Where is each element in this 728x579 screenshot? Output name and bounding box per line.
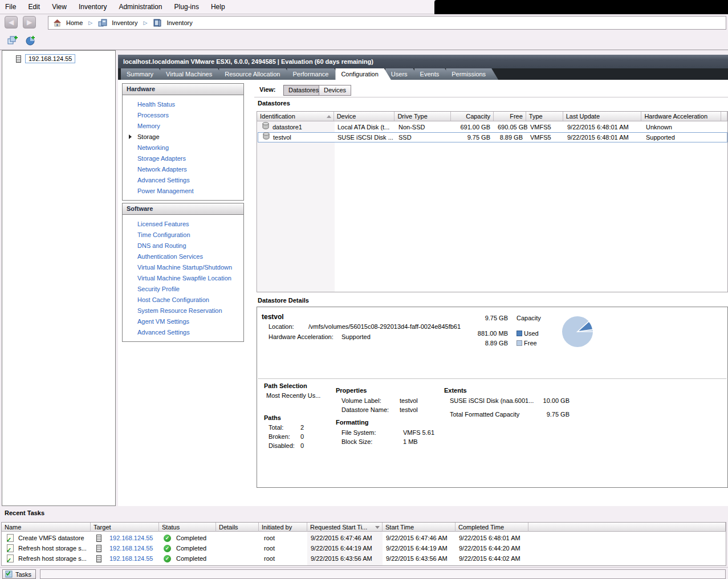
task-row-create-vmfs-datastore[interactable]: Create VMFS datastore 192.168.124.55 ✓ C… [2, 533, 726, 543]
cell-task-name: Create VMFS datastore [18, 533, 84, 543]
table-row-datastore1[interactable]: datastore1 Local ATA Disk (t... Non-SSD … [258, 122, 727, 132]
menu-view[interactable]: View [47, 0, 72, 14]
menu-edit[interactable]: Edit [23, 0, 45, 14]
breadcrumb-inventory-1[interactable]: Inventory [112, 19, 137, 26]
column-header-target[interactable]: Target [91, 523, 159, 532]
cell-hardware-acceleration: Supported [643, 132, 723, 142]
task-row-refresh-host-storage-2[interactable]: Refresh host storage s... 192.168.124.55… [2, 553, 726, 564]
sidebar-item-vm-startup-shutdown[interactable]: Virtual Machine Startup/Shutdown [123, 262, 243, 273]
sidebar-item-time-configuration[interactable]: Time Configuration [123, 230, 243, 240]
task-row-refresh-host-storage-1[interactable]: Refresh host storage s... 192.168.124.55… [2, 543, 726, 553]
column-header-requested-start-time[interactable]: Requested Start Ti... [307, 523, 383, 532]
menu-file[interactable]: File [0, 0, 21, 14]
column-header-start-time[interactable]: Start Time [383, 523, 455, 532]
cell-drive-type: SSD [396, 132, 452, 142]
used-value: 881.00 MB [457, 330, 508, 337]
back-icon[interactable]: ◀ [5, 16, 18, 28]
sidebar-item-network-adapters[interactable]: Network Adapters [123, 164, 243, 175]
host-icon [96, 555, 101, 562]
column-header-drive-type[interactable]: Drive Type [394, 112, 451, 121]
column-header-capacity[interactable]: Capacity [451, 112, 494, 121]
column-header-hardware-acceleration[interactable]: Hardware Acceleration [641, 112, 721, 121]
cell-task-completed-time: 9/22/2015 6:44:20 AM [456, 543, 529, 553]
column-header-completed-time[interactable]: Completed Time [455, 523, 528, 532]
paths-broken-label: Broken: [269, 433, 290, 440]
sidebar-item-processors[interactable]: Processors [123, 110, 243, 121]
tree-host-label[interactable]: 192.168.124.55 [25, 54, 75, 63]
block-size-value: 1 MB [403, 438, 418, 445]
add-inventory-icon[interactable] [7, 35, 18, 47]
tab-resource-allocation[interactable]: Resource Allocation [219, 68, 292, 80]
menu-inventory[interactable]: Inventory [74, 0, 112, 14]
devices-view-button[interactable]: Devices [319, 85, 351, 96]
cell-task-initiated-by: root [259, 543, 308, 553]
toolbar [0, 32, 728, 50]
column-header-last-update[interactable]: Last Update [563, 112, 642, 121]
completed-icon: ✓ [164, 535, 171, 542]
cell-task-target[interactable]: 192.168.124.55 [109, 553, 153, 564]
breadcrumb-separator-icon: ▷ [138, 20, 153, 26]
sidebar-item-advanced-settings-sw[interactable]: Advanced Settings [123, 327, 243, 338]
breadcrumb-home[interactable]: Home [66, 19, 83, 26]
column-header-status[interactable]: Status [159, 523, 216, 532]
cell-task-name: Refresh host storage s... [18, 553, 87, 564]
tab-performance[interactable]: Performance [287, 68, 341, 80]
menu-administration[interactable]: Administration [113, 0, 167, 14]
tasks-button[interactable]: Tasks [2, 569, 36, 579]
column-header-name[interactable]: Name [2, 523, 91, 532]
view-label: View: [259, 86, 276, 93]
status-bar: Tasks [0, 567, 728, 579]
block-size-label: Block Size: [341, 438, 372, 445]
column-header-type[interactable]: Type [526, 112, 563, 121]
sidebar-item-vm-swapfile-location[interactable]: Virtual Machine Swapfile Location [123, 273, 243, 284]
datastores-view-button[interactable]: Datastores [283, 85, 324, 96]
sidebar-item-power-management[interactable]: Power Management [123, 186, 243, 197]
breadcrumb-inventory-2[interactable]: Inventory [166, 19, 192, 26]
sidebar-item-dns-and-routing[interactable]: DNS and Routing [123, 240, 243, 251]
tree-item-host[interactable]: 192.168.124.55 [16, 54, 75, 63]
table-row-testvol-selected[interactable]: testvol SUSE iSCSI Disk ... SSD 9.75 GB … [258, 132, 727, 142]
datastore-icon [262, 122, 269, 132]
datastores-table: Identification Device Drive Type Capacit… [257, 111, 728, 292]
sidebar-item-security-profile[interactable]: Security Profile [123, 284, 243, 295]
sidebar-item-advanced-settings[interactable]: Advanced Settings [123, 175, 243, 186]
column-header-free[interactable]: Free [494, 112, 526, 121]
column-header-details[interactable]: Details [216, 523, 259, 532]
sidebar-item-storage-adapters[interactable]: Storage Adapters [123, 153, 243, 164]
add-storage-icon[interactable] [25, 35, 36, 47]
tab-summary[interactable]: Summary [121, 68, 166, 80]
sidebar-item-memory[interactable]: Memory [123, 121, 243, 132]
sidebar-item-host-cache-configuration[interactable]: Host Cache Configuration [123, 295, 243, 305]
sidebar-item-licensed-features[interactable]: Licensed Features [123, 219, 243, 230]
sidebar-item-system-resource-reservation[interactable]: System Resource Reservation [123, 305, 243, 316]
paths-total-value: 2 [300, 424, 304, 431]
cell-task-target[interactable]: 192.168.124.55 [109, 533, 153, 543]
cell-task-target[interactable]: 192.168.124.55 [109, 543, 153, 553]
tab-configuration[interactable]: Configuration [335, 68, 391, 80]
host-icon [96, 545, 101, 552]
free-legend: Free [516, 340, 537, 346]
tab-virtual-machines[interactable]: Virtual Machines [160, 68, 225, 80]
menu-plugins[interactable]: Plug-ins [169, 0, 204, 14]
cell-task-name: Refresh host storage s... [18, 543, 87, 553]
sidebar-item-networking[interactable]: Networking [123, 142, 243, 153]
sidebar-item-health-status[interactable]: Health Status [123, 99, 243, 110]
cell-free: 690.05 GB [495, 122, 527, 132]
column-header-device[interactable]: Device [334, 112, 395, 121]
vsphere-client-window: { "menu": { "items": ["File", "Edit", "V… [0, 0, 728, 579]
column-header-identification[interactable]: Identification [257, 112, 334, 121]
sidebar-item-agent-vm-settings[interactable]: Agent VM Settings [123, 316, 243, 327]
inventory-tree-panel: 192.168.124.55 [2, 50, 116, 506]
sidebar-item-storage[interactable]: Storage [123, 132, 243, 142]
menu-help[interactable]: Help [206, 0, 230, 14]
column-header-initiated-by[interactable]: Initiated by [259, 523, 307, 532]
cell-task-status: Completed [176, 543, 206, 553]
sidebar-item-authentication-services[interactable]: Authentication Services [123, 251, 243, 262]
tab-permissions[interactable]: Permissions [446, 68, 498, 80]
forward-icon[interactable]: ▶ [23, 16, 36, 28]
file-system-value: VMFS 5.61 [403, 429, 434, 436]
hardware-acceleration-value: Supported [341, 333, 371, 340]
cell-task-requested-start: 9/22/2015 6:44:19 AM [308, 543, 383, 553]
tab-strip: Summary Virtual Machines Resource Alloca… [118, 68, 728, 80]
home-icon [53, 19, 62, 27]
